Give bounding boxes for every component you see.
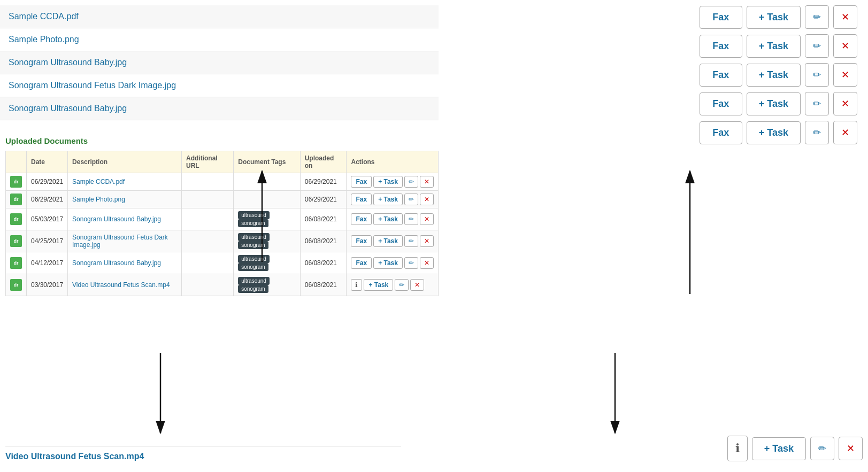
doc-description-link[interactable]: Video Ultrasound Fetus Scan.mp4 — [72, 281, 170, 289]
action-row: Fax+ Task✏✕ — [449, 34, 857, 58]
task-button[interactable]: + Task — [373, 257, 403, 269]
big-edit-button[interactable]: ✏ — [805, 34, 829, 58]
doc-date: 04/12/2017 — [27, 252, 68, 274]
action-row: Fax+ Task✏✕ — [449, 63, 857, 87]
doc-additional-url — [182, 252, 234, 274]
big-fax-button[interactable]: Fax — [700, 35, 742, 58]
big-task-button[interactable]: + Task — [747, 92, 801, 115]
doc-additional-url — [182, 173, 234, 191]
table-column-header: Actions — [347, 151, 439, 173]
delete-button[interactable]: ✕ — [420, 235, 434, 247]
big-task-button[interactable]: + Task — [747, 35, 801, 58]
fax-button[interactable]: Fax — [351, 235, 372, 247]
file-list-item[interactable]: Sample Photo.png — [0, 28, 439, 51]
big-fax-button[interactable]: Fax — [700, 6, 742, 29]
task-button[interactable]: + Task — [373, 213, 403, 225]
big-edit-button[interactable]: ✏ — [805, 63, 829, 87]
edit-button[interactable]: ✏ — [404, 213, 418, 225]
action-row: Fax+ Task✏✕ — [449, 5, 857, 29]
task-button[interactable]: + Task — [373, 194, 403, 205]
video-file-link[interactable]: Video Ultrasound Fetus Scan.mp4 — [5, 446, 401, 461]
doc-description-link[interactable]: Sonogram Ultrasound Fetus Dark Image.jpg — [72, 234, 168, 249]
doc-uploaded-on: 06/29/2021 — [300, 191, 347, 208]
table-column-header: Uploaded on — [300, 151, 347, 173]
doc-tag: ultrasound — [238, 233, 270, 241]
fax-button[interactable]: Fax — [351, 176, 372, 188]
file-list-item[interactable]: Sonogram Ultrasound Fetus Dark Image.jpg — [0, 74, 439, 97]
big-task-button[interactable]: + Task — [747, 6, 801, 29]
file-list-item[interactable]: Sample CCDA.pdf — [0, 5, 439, 28]
big-delete-button[interactable]: ✕ — [833, 34, 857, 58]
doc-type-icon: dr — [10, 213, 22, 225]
doc-uploaded-on: 06/08/2021 — [300, 274, 347, 296]
big-task-button[interactable]: + Task — [747, 64, 801, 87]
delete-button[interactable]: ✕ — [420, 176, 434, 188]
edit-button[interactable]: ✏ — [404, 257, 418, 269]
delete-button[interactable]: ✕ — [420, 257, 434, 269]
file-list-item[interactable]: Sonogram Ultrasound Baby.jpg — [0, 97, 439, 120]
doc-description-link[interactable]: Sonogram Ultrasound Baby.jpg — [72, 259, 161, 267]
big-delete-button[interactable]: ✕ — [833, 92, 857, 115]
big-delete-button[interactable]: ✕ — [833, 63, 857, 87]
big-delete-button[interactable]: ✕ — [833, 5, 857, 29]
doc-actions: Fax+ Task✏✕ — [351, 194, 434, 205]
doc-date: 03/30/2017 — [27, 274, 68, 296]
fax-button[interactable]: Fax — [351, 194, 372, 205]
doc-tag: sonogram — [238, 241, 268, 249]
table-column-header — [6, 151, 27, 173]
table-row: dr03/30/2017Video Ultrasound Fetus Scan.… — [6, 274, 439, 296]
doc-actions: Fax+ Task✏✕ — [351, 235, 434, 247]
doc-tags — [234, 173, 300, 191]
table-column-header: Additional URL — [182, 151, 234, 173]
big-delete-button[interactable]: ✕ — [833, 121, 857, 144]
edit-button[interactable]: ✏ — [404, 176, 418, 188]
bottom-info-button[interactable]: ℹ — [727, 436, 748, 461]
big-fax-button[interactable]: Fax — [700, 121, 742, 144]
edit-button[interactable]: ✏ — [404, 194, 418, 205]
table-column-header: Description — [68, 151, 182, 173]
doc-description-link[interactable]: Sonogram Ultrasound Baby.jpg — [72, 215, 161, 223]
bottom-right-actions: ℹ + Task ✏ ✕ — [727, 436, 863, 461]
edit-button[interactable]: ✏ — [404, 235, 418, 247]
doc-tag: sonogram — [238, 219, 268, 227]
task-button[interactable]: + Task — [373, 176, 403, 188]
table-row: dr04/12/2017Sonogram Ultrasound Baby.jpg… — [6, 252, 439, 274]
doc-tags: ultrasoundsonogram — [234, 208, 300, 230]
delete-button[interactable]: ✕ — [420, 194, 434, 205]
table-column-header: Document Tags — [234, 151, 300, 173]
doc-uploaded-on: 06/08/2021 — [300, 230, 347, 252]
doc-tag: ultrasound — [238, 211, 270, 219]
doc-type-icon: dr — [10, 194, 22, 205]
big-fax-button[interactable]: Fax — [700, 64, 742, 87]
big-task-button[interactable]: + Task — [747, 121, 801, 144]
info-button[interactable]: ℹ — [351, 279, 362, 291]
fax-button[interactable]: Fax — [351, 257, 372, 269]
big-edit-button[interactable]: ✏ — [805, 92, 829, 115]
doc-type-icon: dr — [10, 235, 22, 247]
task-button[interactable]: + Task — [373, 235, 403, 247]
doc-date: 04/25/2017 — [27, 230, 68, 252]
doc-actions: ℹ+ Task✏✕ — [351, 279, 434, 291]
bottom-delete-button[interactable]: ✕ — [839, 437, 863, 460]
doc-description-link[interactable]: Sample Photo.png — [72, 196, 125, 203]
delete-button[interactable]: ✕ — [410, 279, 424, 291]
doc-uploaded-on: 06/08/2021 — [300, 208, 347, 230]
delete-button[interactable]: ✕ — [420, 213, 434, 225]
doc-type-icon: dr — [10, 279, 22, 291]
doc-type-icon: dr — [10, 257, 22, 269]
edit-button[interactable]: ✏ — [395, 279, 409, 291]
file-list-item[interactable]: Sonogram Ultrasound Baby.jpg — [0, 51, 439, 74]
big-edit-button[interactable]: ✏ — [805, 121, 829, 144]
big-fax-button[interactable]: Fax — [700, 92, 742, 115]
action-row: Fax+ Task✏✕ — [449, 121, 857, 144]
big-edit-button[interactable]: ✏ — [805, 5, 829, 29]
table-row: dr04/25/2017Sonogram Ultrasound Fetus Da… — [6, 230, 439, 252]
doc-tags: ultrasoundsonogram — [234, 252, 300, 274]
table-row: dr05/03/2017Sonogram Ultrasound Baby.jpg… — [6, 208, 439, 230]
doc-description-link[interactable]: Sample CCDA.pdf — [72, 178, 125, 185]
fax-button[interactable]: Fax — [351, 213, 372, 225]
bottom-task-button[interactable]: + Task — [752, 437, 806, 460]
bottom-edit-button[interactable]: ✏ — [810, 437, 834, 460]
task-button[interactable]: + Task — [364, 279, 393, 291]
table-column-header: Date — [27, 151, 68, 173]
